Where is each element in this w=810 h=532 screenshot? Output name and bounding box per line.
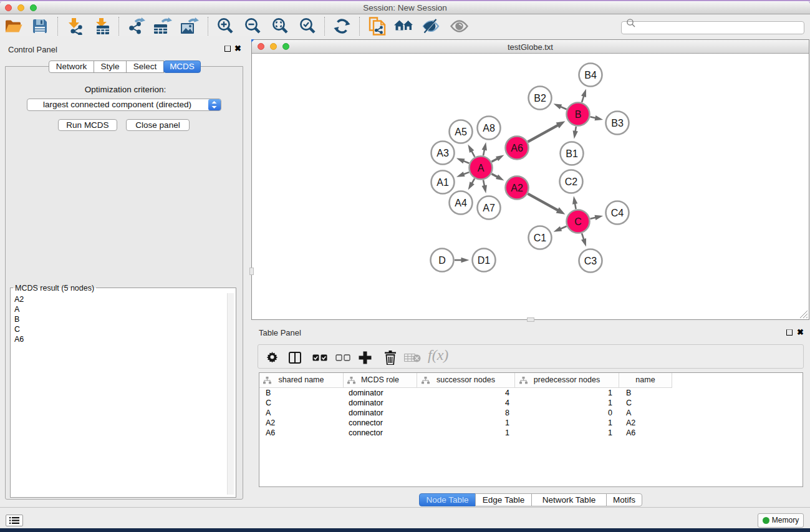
svg-text:A6: A6	[511, 143, 523, 153]
svg-text:D1: D1	[478, 255, 491, 266]
svg-text:A4: A4	[455, 198, 467, 208]
svg-text:C1: C1	[534, 233, 547, 243]
svg-text:B3: B3	[611, 118, 624, 128]
svg-text:A: A	[478, 163, 485, 173]
svg-text:C4: C4	[611, 208, 624, 218]
svg-text:B1: B1	[566, 148, 578, 159]
svg-text:A5: A5	[455, 127, 467, 137]
svg-text:A3: A3	[436, 148, 449, 158]
svg-text:C2: C2	[565, 177, 578, 187]
svg-text:A2: A2	[511, 183, 523, 193]
svg-text:A7: A7	[483, 203, 495, 213]
svg-text:A8: A8	[483, 123, 495, 133]
svg-text:C: C	[574, 216, 582, 227]
svg-text:B2: B2	[534, 93, 546, 104]
svg-text:A1: A1	[436, 177, 449, 188]
svg-text:D: D	[438, 255, 446, 266]
svg-text:C3: C3	[584, 256, 597, 266]
svg-text:B4: B4	[584, 70, 597, 80]
svg-text:B: B	[575, 109, 582, 120]
